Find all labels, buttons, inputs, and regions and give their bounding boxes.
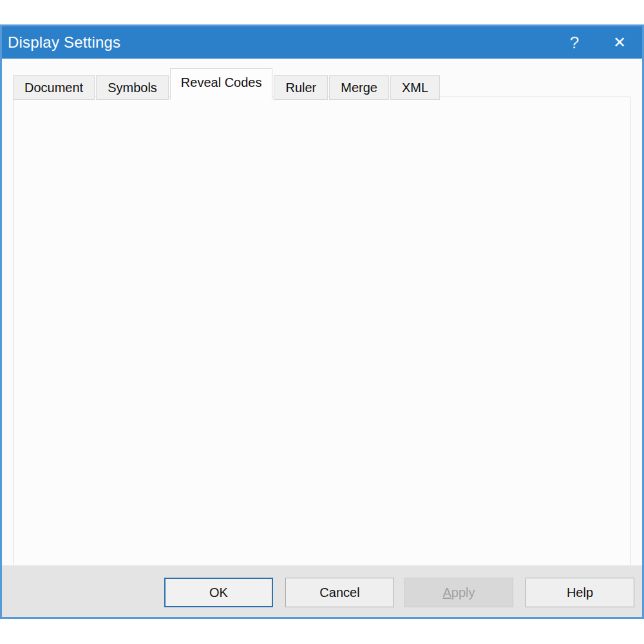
title-bar: Display Settings ? ✕	[2, 26, 642, 59]
tab-reveal-codes[interactable]: Reveal Codes	[170, 68, 273, 100]
dialog-footer: OK Cancel Apply Help	[2, 565, 642, 617]
cancel-button[interactable]: Cancel	[285, 578, 394, 607]
tab-strip: Document Symbols Reveal Codes Ruler Merg…	[13, 68, 440, 100]
tab-page-reveal-codes	[13, 97, 630, 565]
help-icon[interactable]: ?	[552, 26, 597, 59]
tab-xml[interactable]: XML	[390, 75, 440, 100]
ok-button[interactable]: OK	[164, 578, 273, 607]
close-icon[interactable]: ✕	[597, 26, 642, 59]
display-settings-dialog: Display Settings ? ✕ Document Symbols Re…	[0, 24, 644, 619]
apply-button: Apply	[404, 578, 513, 607]
tab-document[interactable]: Document	[13, 75, 95, 100]
help-button[interactable]: Help	[526, 578, 634, 607]
tab-symbols[interactable]: Symbols	[96, 75, 169, 100]
tab-merge[interactable]: Merge	[329, 75, 389, 100]
window-title: Display Settings	[2, 33, 120, 52]
tab-ruler[interactable]: Ruler	[274, 75, 328, 100]
